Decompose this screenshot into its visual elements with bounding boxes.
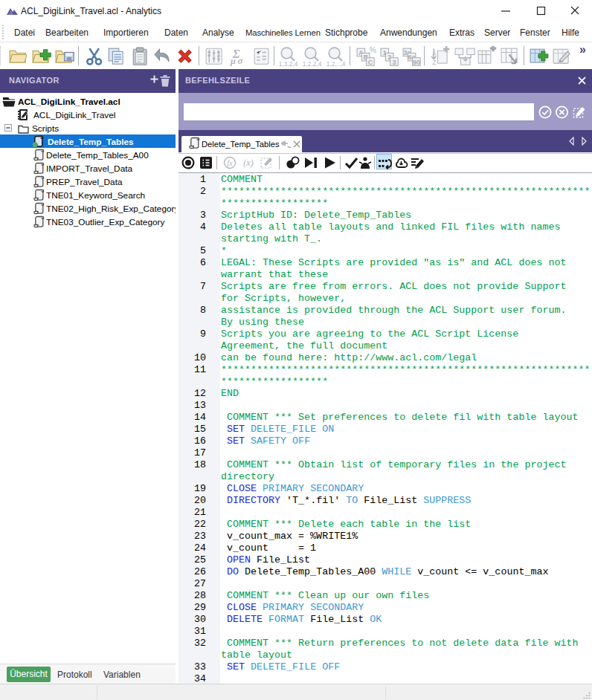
svg-text:σ: σ (237, 56, 243, 66)
svg-text:fx: fx (227, 159, 233, 167)
svg-text:%: % (369, 46, 376, 54)
svg-text:1,2,..,4: 1,2,..,4 (326, 60, 346, 68)
svg-text:μ: μ (230, 56, 236, 66)
svg-text:3: 3 (392, 59, 396, 66)
svg-text:Z: Z (432, 59, 436, 66)
svg-text:1,3,2,4: 1,3,2,4 (279, 60, 298, 68)
svg-text:1,2,2,4: 1,2,2,4 (303, 60, 322, 68)
svg-text:C: C (368, 59, 373, 66)
svg-text:(x): (x) (243, 158, 253, 168)
svg-text:90: 90 (413, 59, 420, 66)
svg-text:A: A (432, 50, 437, 57)
